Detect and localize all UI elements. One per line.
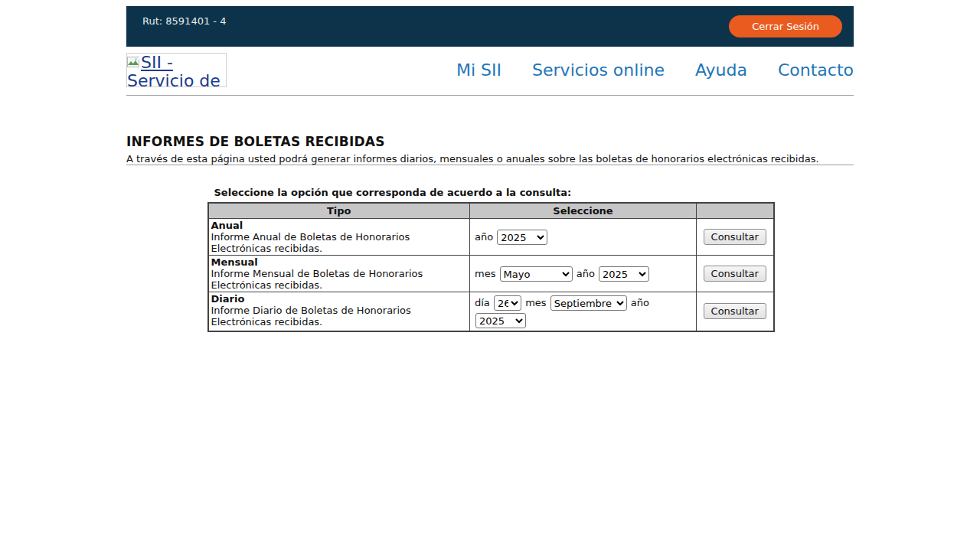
anual-seleccione-cell: año 2025 — [470, 218, 697, 255]
sii-logo-broken-image-link[interactable]: SII - Servicio de — [126, 53, 227, 87]
anual-consultar-button[interactable]: Consultar — [704, 229, 766, 245]
nav-servicios-online[interactable]: Servicios online — [532, 60, 665, 80]
anual-tipo-cell: Anual Informe Anual de Boletas de Honora… — [208, 218, 470, 255]
table-header-row: Tipo Seleccione — [208, 203, 774, 218]
logout-button[interactable]: Cerrar Sesión — [729, 15, 842, 37]
mensual-seleccione-cell: mes Mayo año 2025 — [470, 255, 697, 292]
page-subtitle: A través de esta página usted podrá gene… — [126, 153, 854, 165]
broken-image-icon — [127, 54, 140, 65]
header-divider — [126, 95, 854, 96]
diario-mes-label: mes — [525, 297, 546, 308]
table-row-mensual: Mensual Informe Mensual de Boletas de Ho… — [208, 255, 774, 292]
mensual-type-label: Mensual — [211, 256, 258, 268]
diario-button-cell: Consultar — [697, 292, 774, 331]
consulta-caption: Seleccione la opción que corresponda de … — [207, 187, 773, 198]
anual-ano-label: año — [475, 231, 493, 243]
mensual-mes-label: mes — [475, 268, 495, 279]
diario-tipo-cell: Diario Informe Diario de Boletas de Hono… — [208, 292, 470, 331]
table-row-diario: Diario Informe Diario de Boletas de Hono… — [208, 292, 774, 331]
main-nav: Mi SII Servicios online Ayuda Contacto — [456, 60, 854, 80]
diario-dia-label: día — [475, 297, 490, 308]
consulta-section: Seleccione la opción que corresponda de … — [207, 187, 773, 332]
anual-ano-select[interactable]: 2025 — [497, 230, 547, 245]
nav-contacto[interactable]: Contacto — [778, 60, 854, 80]
consulta-table: Tipo Seleccione Anual Informe Anual de B… — [207, 202, 775, 332]
page-container: Rut: 8591401 - 4 Cerrar Sesión SII - Ser… — [126, 6, 854, 332]
diario-mes-select[interactable]: Septiembre — [550, 295, 627, 311]
anual-description: Informe Anual de Boletas de Honorarios E… — [211, 231, 410, 254]
table-row-anual: Anual Informe Anual de Boletas de Honora… — [208, 218, 774, 255]
mensual-mes-select[interactable]: Mayo — [500, 266, 573, 282]
sii-logo-alt-text: SII - Servicio de — [127, 53, 220, 87]
column-header-tipo: Tipo — [208, 203, 470, 218]
nav-ayuda[interactable]: Ayuda — [695, 60, 747, 80]
page-title: INFORMES DE BOLETAS RECIBIDAS — [126, 134, 854, 149]
anual-type-label: Anual — [211, 220, 243, 231]
mensual-button-cell: Consultar — [697, 255, 774, 292]
diario-dia-select[interactable]: 26 — [494, 295, 521, 311]
diario-ano-select[interactable]: 2025 — [475, 313, 526, 328]
column-header-empty — [697, 203, 774, 218]
mensual-description: Informe Mensual de Boletas de Honorarios… — [211, 268, 423, 291]
mensual-tipo-cell: Mensual Informe Mensual de Boletas de Ho… — [208, 255, 470, 292]
nav-mi-sii[interactable]: Mi SII — [456, 60, 501, 80]
diario-ano-label: año — [631, 297, 649, 308]
diario-description: Informe Diario de Boletas de Honorarios … — [211, 305, 411, 328]
diario-type-label: Diario — [211, 293, 245, 305]
mensual-ano-label: año — [577, 268, 595, 279]
content-divider — [126, 165, 854, 165]
mensual-consultar-button[interactable]: Consultar — [704, 266, 766, 282]
rut-label: Rut: 8591401 - 4 — [126, 15, 226, 27]
anual-button-cell: Consultar — [697, 218, 774, 255]
diario-consultar-button[interactable]: Consultar — [704, 303, 766, 319]
column-header-seleccione: Seleccione — [470, 203, 697, 218]
diario-seleccione-cell: día 26 mes Septiembre año 2025 — [470, 292, 697, 331]
topbar: Rut: 8591401 - 4 Cerrar Sesión — [126, 6, 854, 47]
mensual-ano-select[interactable]: 2025 — [599, 266, 649, 282]
site-header: SII - Servicio de Mi SII Servicios onlin… — [126, 47, 854, 95]
